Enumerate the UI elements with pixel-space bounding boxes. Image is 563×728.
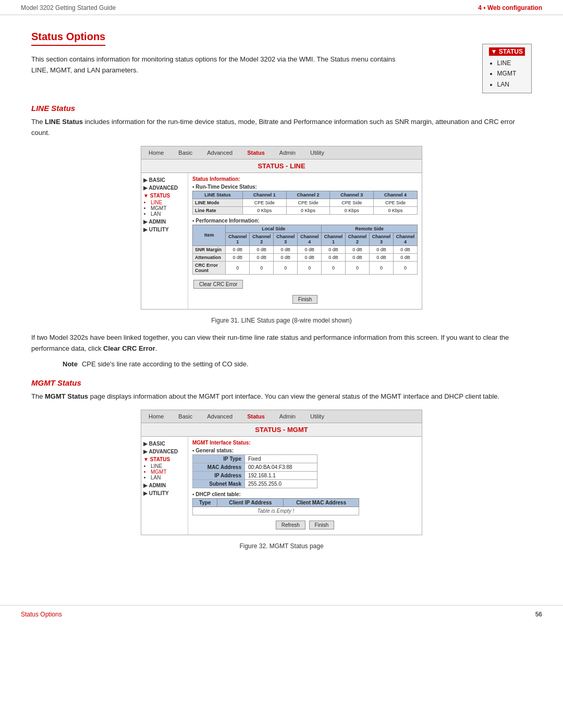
page: Model 3202 Getting Started Guide 4 • Web…	[0, 0, 563, 623]
table-row: LINE Mode CPE Side CPE Side CPE Side CPE…	[193, 199, 418, 206]
mgmt-refresh-button[interactable]: Refresh	[276, 521, 305, 529]
mgmt-nav-advanced[interactable]: Advanced	[200, 412, 240, 421]
ip-type-value: Fixed	[245, 455, 317, 463]
status-nav-lan: LAN	[497, 79, 525, 90]
line-status-content: Status Information: ▪ Run-Time Device St…	[188, 173, 422, 309]
nav-home[interactable]: Home	[141, 148, 171, 157]
intro-block: ▼ STATUS LINE MGMT LAN This section cont…	[31, 54, 532, 93]
mgmt-nav-admin[interactable]: Admin	[272, 412, 303, 421]
col-local-ch1: Channel 1	[226, 232, 250, 245]
mgmt-sidebar-status[interactable]: ▼ STATUS LINE MGMT LAN	[143, 456, 186, 480]
sidebar-status[interactable]: ▼ STATUS LINE MGMT LAN	[143, 193, 186, 217]
mgmt-interface-label: MGMT Interface Status:	[192, 440, 418, 446]
dhcp-type-col: Type	[193, 499, 217, 507]
general-label: ▪ General status:	[192, 448, 418, 453]
nav-status[interactable]: Status	[240, 148, 272, 157]
screenshot-nav: Home Basic Advanced Status Admin Utility	[141, 146, 422, 159]
ip-address-label: IP Address	[193, 472, 245, 480]
nav-utility[interactable]: Utility	[303, 148, 332, 157]
mgmt-sidebar-admin[interactable]: ▶ ADMIN	[143, 483, 186, 488]
note-block: Note CPE side's line rate according to t…	[63, 360, 532, 368]
line-status-screenshot: Home Basic Advanced Status Admin Utility…	[141, 146, 422, 310]
mgmt-content: MGMT Interface Status: ▪ General status:…	[188, 437, 422, 535]
line-rate-ch1: 0 Kbps	[242, 206, 286, 214]
sidebar-lan[interactable]: LAN	[151, 211, 186, 217]
col-line-status: LINE Status	[193, 191, 243, 199]
table-row: Table is Empty !	[193, 507, 359, 515]
col-local-ch3: Channel 3	[274, 232, 298, 245]
mgmt-nav-utility[interactable]: Utility	[303, 412, 332, 421]
line-mode-ch1: CPE Side	[242, 199, 286, 206]
sidebar-advanced[interactable]: ▶ ADVANCED	[143, 185, 186, 191]
intro-text: This section contains information for mo…	[31, 54, 396, 76]
run-time-table: LINE Status Channel 1 Channel 2 Channel …	[192, 191, 418, 215]
mgmt-sidebar-advanced[interactable]: ▶ ADVANCED	[143, 449, 186, 454]
page-footer: Status Options 56	[0, 605, 563, 623]
ip-type-label: IP Type	[193, 455, 245, 463]
status-info-label: Status Information:	[192, 176, 418, 182]
mgmt-sidebar-basic[interactable]: ▶ BASIC	[143, 441, 186, 447]
line-status-body: The LINE Status includes information for…	[31, 117, 532, 139]
nav-admin[interactable]: Admin	[272, 148, 303, 157]
dhcp-client-mac-col: Client MAC Address	[284, 499, 359, 507]
line-rate-ch2: 0 Kbps	[286, 206, 330, 214]
line-status-sidebar: ▶ BASIC ▶ ADVANCED ▼ STATUS LINE MGMT LA…	[141, 173, 188, 309]
col-remote-ch4: Channel 4	[394, 232, 418, 245]
note-text: CPE side's line rate according to the se…	[82, 360, 249, 368]
status-nav-box: ▼ STATUS LINE MGMT LAN	[482, 44, 532, 93]
table-row: Subnet Mask 255.255.255.0	[193, 480, 317, 488]
sidebar-mgmt[interactable]: MGMT	[151, 205, 186, 211]
status-nav-mgmt: MGMT	[497, 68, 525, 79]
table-row: CRC Error Count 00 00 00 00	[193, 261, 418, 274]
col-ch1: Channel 1	[242, 191, 286, 199]
attenuation-label: Attenuation	[193, 253, 226, 261]
line-mode-ch3: CPE Side	[330, 199, 374, 206]
mgmt-status-screenshot: Home Basic Advanced Status Admin Utility…	[141, 410, 422, 535]
col-local: Local Side	[226, 225, 322, 232]
top-bar: Model 3202 Getting Started Guide 4 • Web…	[0, 0, 563, 15]
line-status-page-title: STATUS - LINE	[141, 159, 422, 173]
snr-label: SNR Margin	[193, 245, 226, 253]
line-mode-ch4: CPE Side	[374, 199, 418, 206]
line-finish-button[interactable]: Finish	[292, 295, 318, 304]
figure31-caption: Figure 31. LINE Status page (8-wire mode…	[31, 317, 532, 324]
col-ch3: Channel 3	[330, 191, 374, 199]
table-row: MAC Address 00:A0:BA:04:F3:88	[193, 463, 317, 472]
line-status-heading: LINE Status	[31, 104, 532, 113]
between-text: If two Model 3202s have been linked toge…	[31, 332, 532, 354]
col-ch4: Channel 4	[374, 191, 418, 199]
sidebar-utility[interactable]: ▶ UTILITY	[143, 227, 186, 232]
run-time-label: ▪ Run-Time Device Status:	[192, 184, 418, 190]
dhcp-empty-msg: Table is Empty !	[193, 507, 359, 515]
status-nav-list: LINE MGMT LAN	[489, 58, 525, 90]
mgmt-nav-home[interactable]: Home	[141, 412, 171, 421]
nav-basic[interactable]: Basic	[171, 148, 200, 157]
mgmt-sidebar-utility[interactable]: ▶ UTILITY	[143, 490, 186, 496]
mgmt-nav-basic[interactable]: Basic	[171, 412, 200, 421]
col-remote-ch1: Channel 1	[322, 232, 346, 245]
sidebar-admin[interactable]: ▶ ADMIN	[143, 219, 186, 225]
table-row: Line Rate 0 Kbps 0 Kbps 0 Kbps 0 Kbps	[193, 206, 418, 214]
status-nav-line: LINE	[497, 58, 525, 68]
sidebar-line[interactable]: LINE	[151, 200, 186, 205]
col-local-ch2: Channel 2	[250, 232, 274, 245]
line-mode-ch2: CPE Side	[286, 199, 330, 206]
col-remote-ch2: Channel 2	[346, 232, 370, 245]
sidebar-basic[interactable]: ▶ BASIC	[143, 177, 186, 183]
clear-crc-button[interactable]: Clear CRC Error	[193, 280, 243, 289]
dhcp-client-table: Type Client IP Address Client MAC Addres…	[192, 498, 359, 515]
mgmt-sidebar: ▶ BASIC ▶ ADVANCED ▼ STATUS LINE MGMT LA…	[141, 437, 188, 535]
mgmt-sidebar-line[interactable]: LINE	[151, 463, 186, 469]
mgmt-finish-button[interactable]: Finish	[309, 521, 335, 529]
figure32-caption: Figure 32. MGMT Status page	[31, 542, 532, 550]
mgmt-nav-status[interactable]: Status	[240, 412, 272, 421]
dhcp-client-ip-col: Client IP Address	[217, 499, 284, 507]
mgmt-sidebar-lan[interactable]: LAN	[151, 475, 186, 480]
mgmt-sidebar-mgmt[interactable]: MGMT	[151, 469, 186, 475]
nav-advanced[interactable]: Advanced	[200, 148, 240, 157]
main-content: Status Options ▼ STATUS LINE MGMT LAN Th…	[0, 15, 563, 589]
chapter-title: 4 • Web configuration	[478, 4, 542, 11]
col-remote: Remote Side	[322, 225, 418, 232]
mgmt-status-body: The MGMT Status page displays informatio…	[31, 391, 532, 402]
mgmt-info-table: IP Type Fixed MAC Address 00:A0:BA:04:F3…	[192, 454, 317, 488]
